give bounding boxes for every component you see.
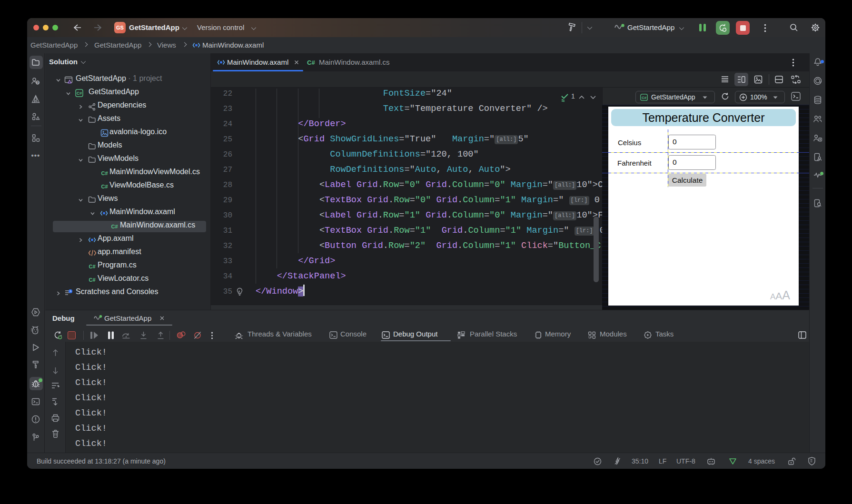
svg-text:?: ?	[37, 80, 39, 85]
svg-text:C#: C#	[89, 277, 95, 283]
svg-text:C#: C#	[111, 224, 118, 229]
svg-text:C#: C#	[642, 95, 647, 99]
svg-text:C#: C#	[101, 170, 108, 176]
svg-text:C#: C#	[89, 264, 95, 269]
svg-text:C#: C#	[101, 184, 108, 189]
svg-text:C#: C#	[77, 91, 82, 96]
